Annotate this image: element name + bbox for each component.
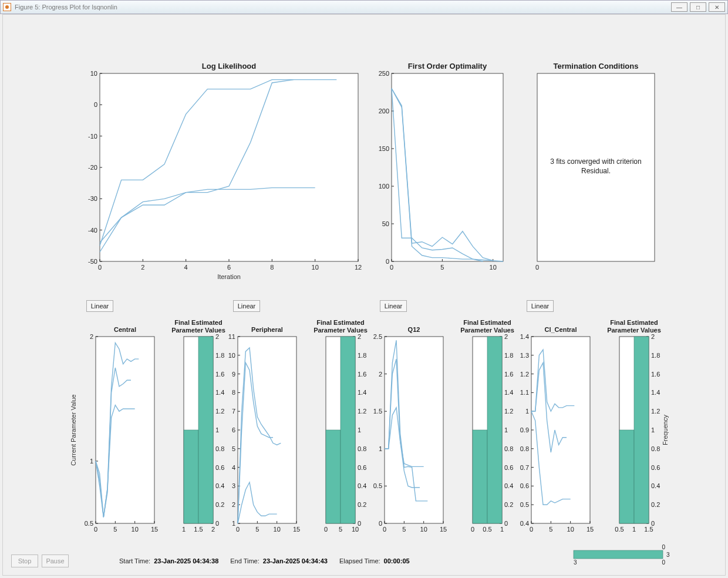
svg-text:6: 6 (232, 426, 235, 434)
svg-text:0: 0 (535, 264, 539, 271)
chart-cl-central: Cl_Central0.40.50.60.70.80.911.11.21.31.… (508, 307, 684, 542)
svg-text:4: 4 (184, 264, 188, 271)
svg-text:1.4: 1.4 (651, 389, 660, 396)
start-time-value: 23-Jan-2025 04:34:38 (154, 557, 218, 564)
svg-text:1.2: 1.2 (520, 371, 529, 378)
maximize-button[interactable]: □ (690, 2, 706, 12)
minimize-button[interactable]: — (671, 2, 687, 12)
svg-text:0: 0 (94, 101, 97, 108)
svg-text:0: 0 (379, 520, 382, 527)
svg-text:1: 1 (379, 445, 382, 452)
svg-text:8: 8 (232, 389, 235, 396)
close-button[interactable]: ✕ (709, 2, 725, 12)
svg-text:4: 4 (232, 464, 235, 471)
svg-text:0: 0 (98, 264, 102, 271)
svg-text:15: 15 (587, 526, 594, 533)
svg-text:0.2: 0.2 (651, 501, 660, 508)
svg-text:10: 10 (490, 264, 497, 271)
svg-text:0.4: 0.4 (651, 482, 660, 489)
svg-text:First Order Optimality: First Order Optimality (408, 62, 487, 70)
svg-text:1: 1 (182, 526, 186, 533)
svg-rect-0 (100, 73, 358, 261)
svg-text:0.5: 0.5 (520, 501, 529, 508)
svg-rect-277 (619, 430, 634, 523)
svg-text:200: 200 (379, 107, 389, 115)
svg-rect-278 (634, 337, 649, 523)
svg-text:2.5: 2.5 (373, 333, 382, 340)
svg-text:10: 10 (274, 526, 281, 533)
end-time-label: End Time: (230, 557, 259, 564)
svg-text:15: 15 (293, 526, 300, 533)
svg-rect-31 (392, 73, 503, 261)
chart-termination: Termination Conditions03 fits converged … (525, 50, 678, 285)
svg-text:1.8: 1.8 (651, 352, 660, 359)
svg-text:1.6: 1.6 (651, 371, 660, 378)
svg-text:5: 5 (339, 526, 342, 533)
svg-text:0: 0 (383, 526, 386, 533)
svg-text:15: 15 (151, 526, 158, 533)
svg-text:Final Estimated: Final Estimated (463, 319, 511, 326)
svg-text:2: 2 (141, 264, 144, 271)
svg-text:0.8: 0.8 (651, 445, 660, 452)
svg-text:0.9: 0.9 (520, 426, 529, 434)
svg-text:0: 0 (662, 544, 665, 550)
svg-text:150: 150 (379, 145, 389, 152)
svg-rect-165 (385, 337, 443, 523)
svg-text:Final Estimated: Final Estimated (610, 319, 658, 326)
svg-text:Cl_Central: Cl_Central (544, 326, 577, 333)
svg-text:1: 1 (500, 526, 504, 533)
svg-text:-30: -30 (88, 195, 97, 202)
svg-text:Log Likelihood: Log Likelihood (202, 62, 256, 70)
stop-button[interactable]: Stop (11, 555, 38, 567)
svg-text:10: 10 (567, 526, 574, 533)
chart-peripheral: Peripheral1234567891011051015Final Estim… (214, 307, 379, 542)
svg-text:12: 12 (355, 264, 362, 271)
svg-text:5: 5 (113, 526, 117, 533)
svg-text:Iteration: Iteration (217, 273, 241, 280)
svg-rect-216 (487, 337, 502, 523)
svg-text:Current Parameter Value: Current Parameter Value (70, 394, 77, 465)
svg-text:Central: Central (114, 326, 136, 333)
elapsed-time-label: Elapsed Time: (339, 557, 380, 564)
svg-text:5: 5 (549, 526, 552, 533)
svg-text:0.5: 0.5 (373, 482, 382, 489)
svg-text:-10: -10 (88, 133, 97, 140)
svg-text:Q12: Q12 (408, 326, 420, 333)
svg-text:10: 10 (228, 352, 235, 359)
svg-text:0.5: 0.5 (85, 520, 93, 527)
svg-text:0: 0 (471, 526, 474, 533)
svg-text:0.5: 0.5 (615, 526, 623, 533)
svg-text:0.6: 0.6 (651, 464, 660, 471)
svg-text:2: 2 (90, 333, 93, 340)
svg-text:1.5: 1.5 (373, 408, 382, 415)
svg-text:15: 15 (440, 526, 447, 533)
svg-text:Residual.: Residual. (581, 167, 611, 175)
svg-text:1: 1 (90, 458, 93, 465)
svg-text:0: 0 (324, 526, 328, 533)
svg-text:1.1: 1.1 (520, 389, 529, 396)
svg-text:0: 0 (94, 526, 97, 533)
svg-text:Frequency: Frequency (662, 415, 669, 445)
svg-text:10: 10 (312, 264, 319, 271)
svg-text:0.5: 0.5 (483, 526, 491, 533)
svg-text:11: 11 (228, 333, 235, 340)
chart-first-order-optimality: First Order Optimality050100150200250051… (367, 50, 525, 285)
svg-text:1: 1 (525, 408, 529, 415)
svg-text:-50: -50 (88, 258, 97, 265)
svg-text:Termination Conditions: Termination Conditions (554, 62, 639, 70)
svg-text:10: 10 (90, 70, 97, 77)
svg-text:0.7: 0.7 (520, 464, 529, 471)
svg-text:1: 1 (232, 520, 235, 527)
svg-text:3 fits converged with criterio: 3 fits converged with criterion (550, 157, 641, 166)
svg-text:Peripheral: Peripheral (251, 326, 283, 333)
start-time-label: Start Time: (119, 557, 150, 564)
svg-text:1.3: 1.3 (520, 352, 529, 359)
window-titlebar: Figure 5: Progress Plot for lsqnonlin — … (0, 0, 728, 14)
svg-text:9: 9 (232, 371, 235, 378)
svg-text:100: 100 (379, 183, 389, 190)
svg-text:5: 5 (402, 526, 406, 533)
svg-rect-215 (473, 430, 487, 523)
svg-rect-101 (184, 430, 198, 523)
pause-button[interactable]: Pause (42, 555, 69, 567)
svg-text:2: 2 (232, 501, 235, 508)
